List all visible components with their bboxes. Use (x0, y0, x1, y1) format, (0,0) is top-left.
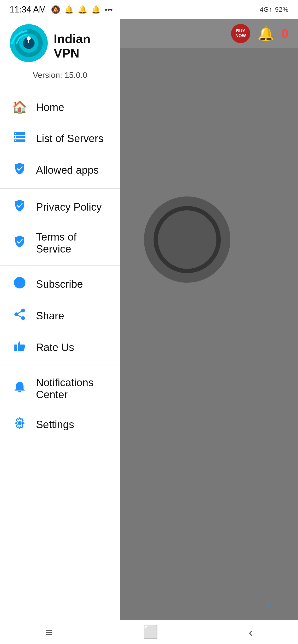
mute-icon: 🔕 (51, 5, 60, 14)
buy-now-button[interactable]: BUY NOW (231, 24, 250, 43)
recents-button[interactable]: ≡ (45, 625, 52, 640)
version-text: Version: 15.0.0 (33, 70, 87, 80)
terms-of-service-icon (12, 235, 27, 250)
home-label: Home (36, 101, 64, 113)
divider-1 (0, 188, 120, 189)
buy-now-line1: BUY (236, 29, 245, 34)
menu-item-privacy-policy[interactable]: Privacy Policy (0, 191, 120, 223)
svg-line-15 (16, 310, 23, 314)
settings-label: Settings (36, 418, 74, 430)
vpn-logo-background (144, 196, 230, 283)
notification-bell-icon[interactable]: 🔔 (257, 26, 274, 42)
menu-item-share[interactable]: Share (0, 300, 120, 332)
vpn-logo-ring (154, 206, 221, 273)
divider-2 (0, 266, 120, 266)
status-icons: 🔕 🔔 🔔 🔔 ••• (51, 5, 113, 14)
menu-item-settings[interactable]: Settings (0, 409, 120, 440)
allowed-apps-icon (12, 162, 27, 178)
notif-icon-3: 🔔 (91, 5, 101, 14)
status-right: 4G↑ 92% (260, 6, 288, 14)
menu-list: 🏠 Home List of Servers (0, 89, 120, 644)
menu-item-terms-of-service[interactable]: Terms of Service (0, 223, 120, 263)
menu-item-home[interactable]: 🏠 Home (0, 92, 120, 123)
svg-line-16 (16, 314, 23, 318)
battery-text: 92% (275, 6, 288, 14)
more-dots-icon: ••• (105, 5, 113, 14)
svg-point-10 (15, 140, 16, 141)
notifications-center-icon (12, 381, 27, 396)
notification-count: 0 (281, 26, 288, 41)
app-name: Indian VPN (54, 32, 110, 60)
notif-icon-1: 🔔 (64, 5, 74, 14)
menu-item-allowed-apps[interactable]: Allowed apps (0, 154, 120, 186)
signal-icon: 4G↑ (260, 6, 272, 14)
navigation-drawer: Indian VPN Version: 15.0.0 🏠 Home (0, 0, 120, 644)
right-topbar: BUY NOW 🔔 0 (120, 19, 298, 48)
privacy-policy-icon (12, 199, 27, 215)
divider-3 (0, 366, 120, 366)
status-time: 11:34 AM (10, 4, 46, 14)
menu-item-subscribe[interactable]: Subscribe (0, 268, 120, 300)
privacy-policy-label: Privacy Policy (36, 201, 102, 213)
buy-now-line2: NOW (235, 34, 246, 38)
subscribe-icon (12, 276, 27, 292)
menu-item-rate-us[interactable]: Rate Us (0, 332, 120, 363)
home-icon: 🏠 (12, 100, 27, 114)
svg-point-9 (15, 136, 16, 138)
vpn-logo (10, 24, 48, 62)
svg-point-8 (15, 133, 16, 134)
menu-item-list-of-servers[interactable]: List of Servers (0, 123, 120, 154)
svg-point-17 (18, 421, 22, 425)
rate-us-label: Rate Us (36, 342, 74, 354)
allowed-apps-label: Allowed apps (36, 164, 99, 176)
subscribe-label: Subscribe (36, 278, 83, 290)
partial-connected-text: cted (79, 586, 103, 601)
status-bar: 11:34 AM 🔕 🔔 🔔 🔔 ••• 4G↑ 92% (0, 0, 298, 19)
bottom-nav-bar: ≡ ⬜ ‹ (0, 620, 298, 644)
home-button[interactable]: ⬜ (143, 625, 158, 640)
app-title-row: Indian VPN (10, 24, 110, 68)
servers-icon (12, 131, 27, 146)
back-button[interactable]: ‹ (249, 625, 253, 640)
notifications-center-label: Notifications Center (36, 376, 108, 400)
list-of-servers-label: List of Servers (36, 132, 103, 144)
right-overlay (120, 0, 298, 644)
notif-icon-2: 🔔 (78, 5, 87, 14)
rate-us-icon (12, 340, 27, 355)
share-label: Share (36, 310, 64, 322)
arrow-button[interactable]: › (266, 597, 271, 613)
share-icon (12, 308, 27, 324)
svg-point-11 (14, 277, 26, 288)
settings-icon (12, 417, 27, 432)
menu-item-notifications-center[interactable]: Notifications Center (0, 368, 120, 409)
terms-of-service-label: Terms of Service (36, 231, 108, 255)
